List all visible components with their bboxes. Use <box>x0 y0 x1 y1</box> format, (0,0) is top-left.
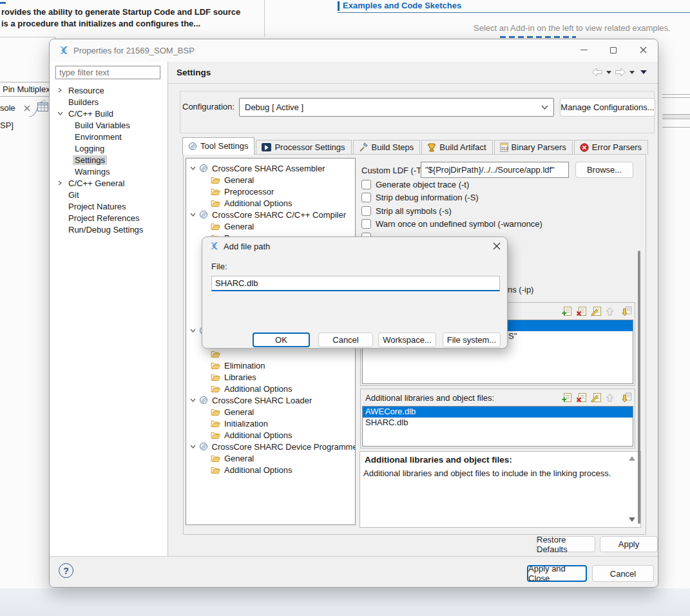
move-up-icon[interactable] <box>606 307 614 316</box>
tree-item[interactable]: Additional Options <box>186 383 355 394</box>
forward-arrow-icon[interactable] <box>615 68 626 77</box>
tab[interactable]: Error Parsers <box>574 140 648 155</box>
tab[interactable]: 010 Binary Parsers <box>494 140 573 155</box>
tree-item[interactable]: Preprocessor <box>186 186 355 197</box>
cancel-button[interactable]: Cancel <box>592 565 654 582</box>
forward-dropdown-icon[interactable] <box>629 71 635 74</box>
checkbox-row[interactable]: Warn once on undefined symbol (-warnonce… <box>361 218 542 231</box>
browse-button[interactable]: Browse... <box>575 162 633 178</box>
checkbox[interactable] <box>361 219 371 229</box>
toolbar-icon[interactable] <box>622 392 631 403</box>
delete-icon[interactable] <box>576 392 587 403</box>
back-arrow-icon[interactable] <box>591 68 603 77</box>
list-item[interactable]: AWECore.dlb <box>363 407 633 418</box>
move-down-icon[interactable] <box>622 306 631 316</box>
nav-item[interactable]: Git <box>50 189 168 200</box>
tree-item[interactable]: General <box>186 452 355 464</box>
close-button[interactable] <box>629 39 657 61</box>
tab[interactable]: Tool Settings <box>182 137 254 155</box>
toolbar-icon[interactable] <box>561 306 572 316</box>
toolbar-icon[interactable] <box>591 306 602 316</box>
toolbar-icon[interactable] <box>591 392 602 403</box>
tree-item[interactable]: General <box>186 220 355 232</box>
configuration-select[interactable]: Debug [ Active ] <box>239 98 554 117</box>
checkbox-row[interactable]: Generate object trace (-t) <box>361 178 542 191</box>
nav-item[interactable]: Project References <box>50 212 168 224</box>
file-system-button[interactable]: File system... <box>443 332 501 347</box>
back-dropdown-icon[interactable] <box>606 71 611 74</box>
additional-libraries-listbox[interactable]: AWECore.dlb SHARC.dlb <box>362 406 633 447</box>
nav-item[interactable]: Builders <box>50 96 168 108</box>
chevron-right-icon[interactable] <box>57 88 66 93</box>
toolbar-icon[interactable] <box>561 392 572 403</box>
manage-configurations-button[interactable]: Manage Configurations... <box>560 98 655 117</box>
chevron-down-icon[interactable] <box>190 398 199 403</box>
console-tab-fragment[interactable]: sole <box>0 103 15 113</box>
checkbox-row[interactable]: Strip all symbols (-s) <box>361 204 542 218</box>
checkbox[interactable] <box>361 206 371 216</box>
tab[interactable]: Processor Settings <box>256 140 351 155</box>
tab[interactable]: Build Artifact <box>421 140 492 155</box>
apply-and-close-button[interactable]: Apply and Close <box>527 565 587 582</box>
move-up-icon[interactable] <box>606 393 614 403</box>
nav-item[interactable]: Build Variables <box>50 119 168 131</box>
nav-item[interactable]: C/C++ Build <box>50 108 168 119</box>
tree-item[interactable]: Libraries <box>186 371 355 383</box>
tree-item[interactable]: Elimination <box>186 360 355 371</box>
tree-item[interactable]: CrossCore SHARC Assembler <box>186 162 355 174</box>
tree-item[interactable]: Additional Options <box>186 197 355 209</box>
chevron-down-icon[interactable] <box>190 328 199 333</box>
table-view-icon[interactable] <box>37 102 48 111</box>
view-menu-icon[interactable] <box>640 70 647 74</box>
tree-item[interactable]: CrossCore SHARC Loader <box>186 394 355 406</box>
scroll-up-icon[interactable] <box>629 456 635 461</box>
toolbar-icon[interactable] <box>576 392 587 403</box>
checkbox[interactable] <box>361 180 371 189</box>
cancel-button[interactable]: Cancel <box>318 332 373 347</box>
pin-multiplex-tab[interactable]: Pin Multiplex <box>0 82 54 97</box>
tree-item[interactable]: General <box>186 174 355 186</box>
chevron-down-icon[interactable] <box>57 111 66 116</box>
chevron-down-icon[interactable] <box>190 166 199 171</box>
tree-item[interactable]: Initialization <box>186 418 355 429</box>
apply-button[interactable]: Apply <box>600 536 658 552</box>
title-bar[interactable]: Properties for 21569_SOM_BSP <box>50 39 658 62</box>
tree-item[interactable]: Additional Options <box>186 464 355 476</box>
file-path-input[interactable] <box>211 276 500 291</box>
toolbar-icon[interactable] <box>622 306 631 316</box>
custom-ldf-input[interactable]: "${ProjDirPath}/../../Source/app.ldf" <box>421 162 569 178</box>
delete-icon[interactable] <box>576 306 587 316</box>
maximize-button[interactable] <box>599 39 628 61</box>
nav-item[interactable]: C/C++ General <box>50 177 168 189</box>
add-icon[interactable] <box>561 392 572 403</box>
workspace-button[interactable]: Workspace... <box>378 332 436 347</box>
edit-icon[interactable] <box>591 392 602 403</box>
tab[interactable]: Build Steps <box>353 140 421 155</box>
help-icon[interactable]: ? <box>59 563 73 578</box>
chevron-down-icon[interactable] <box>190 444 199 449</box>
add-icon[interactable] <box>561 306 572 316</box>
restore-defaults-button[interactable]: Restore Defaults <box>536 536 595 552</box>
checkbox[interactable] <box>361 193 371 202</box>
tree-item[interactable]: CrossCore SHARC Device Programmer <box>186 441 355 452</box>
edit-icon[interactable] <box>591 306 602 316</box>
toolbar-icon[interactable] <box>606 393 614 403</box>
close-icon[interactable] <box>489 240 504 253</box>
ok-button[interactable]: OK <box>253 332 310 347</box>
nav-item[interactable]: Warnings <box>50 166 168 177</box>
vertical-scrollbar[interactable] <box>638 251 640 524</box>
nav-item[interactable]: Logging <box>50 142 168 154</box>
tree-item[interactable]: General <box>186 406 355 418</box>
toolbar-icon[interactable] <box>576 306 587 316</box>
tree-item[interactable]: Additional Options <box>186 429 355 441</box>
checkbox-row[interactable]: Strip debug information (-S) <box>361 191 542 205</box>
nav-item[interactable]: Run/Debug Settings <box>50 224 168 235</box>
toolbar-icon[interactable] <box>606 307 614 316</box>
tree-item[interactable] <box>186 348 355 360</box>
nav-item[interactable]: Project Natures <box>50 200 168 212</box>
move-down-icon[interactable] <box>622 392 631 403</box>
chevron-right-icon[interactable] <box>57 180 66 186</box>
tree-item[interactable]: CrossCore SHARC C/C++ Compiler <box>186 209 355 220</box>
nav-item[interactable]: Environment <box>50 131 168 142</box>
nav-item[interactable]: Settings <box>50 154 168 166</box>
